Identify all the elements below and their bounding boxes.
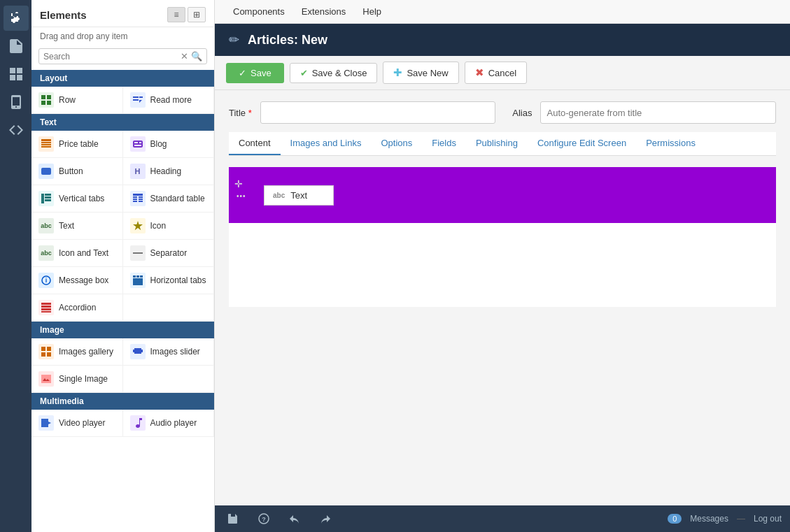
svg-rect-9 <box>41 142 51 143</box>
tab-permissions[interactable]: Permissions <box>636 132 705 155</box>
element-videoplayer[interactable]: Video player <box>31 410 123 437</box>
content-area: Title * Alias Content Images and Links O… <box>215 90 790 505</box>
separator-label: Separator <box>150 248 188 258</box>
element-imagesgallery[interactable]: Images gallery <box>31 338 123 366</box>
imgsslider-icon <box>130 344 146 359</box>
editor-area: ✛ ••• abc Text <box>229 167 776 307</box>
pricetable-label: Price table <box>59 139 99 149</box>
tab-options[interactable]: Options <box>371 132 422 155</box>
section-layout: Layout <box>31 70 214 87</box>
search-clear-icon[interactable]: ✕ <box>181 51 188 62</box>
element-text[interactable]: abc Text <box>31 213 123 240</box>
text-element[interactable]: abc Text <box>264 185 334 206</box>
layout-items: Row Read more <box>31 87 214 114</box>
svg-rect-0 <box>10 68 15 73</box>
text-items-extra: Accordion <box>31 294 214 322</box>
drop-zone[interactable]: ✛ ••• abc Text <box>229 167 776 223</box>
bottom-right: 0 Messages — Log out <box>668 514 782 524</box>
messages-label[interactable]: Messages <box>690 514 728 524</box>
help-circle-icon[interactable]: ? <box>254 509 274 529</box>
title-field-label: Title * <box>229 108 252 118</box>
logout-separator: — <box>737 514 745 524</box>
alias-input[interactable] <box>540 101 776 124</box>
view-grid-button[interactable]: ⊞ <box>188 7 206 22</box>
svg-rect-19 <box>139 196 143 198</box>
save-button[interactable]: ✓ Save <box>226 63 284 83</box>
htabs-icon <box>130 273 146 288</box>
title-row: Title * Alias <box>229 101 776 124</box>
sidebar-icon-grid[interactable] <box>3 62 29 87</box>
element-heading[interactable]: H Heading <box>123 158 215 185</box>
undo-icon[interactable] <box>285 509 304 529</box>
svg-rect-20 <box>133 199 137 200</box>
row-icon <box>38 92 54 108</box>
element-verticaltabs[interactable]: Vertical tabs <box>31 185 123 213</box>
tab-content[interactable]: Content <box>229 132 281 155</box>
save-label: Save <box>251 68 271 78</box>
heading-label: Heading <box>150 166 182 176</box>
element-messagebox[interactable]: i Message box <box>31 267 123 294</box>
sidebar-icon-mobile[interactable] <box>3 89 29 115</box>
search-input[interactable] <box>43 52 181 62</box>
nav-extensions[interactable]: Extensions <box>295 2 353 21</box>
cancel-x-icon: ✖ <box>475 66 484 79</box>
svg-rect-17 <box>133 194 143 196</box>
icon-sidebar <box>0 0 31 532</box>
readmore-icon <box>130 92 146 108</box>
nav-help[interactable]: Help <box>355 2 388 21</box>
elements-panel-title: Elements <box>40 9 87 21</box>
save-close-button[interactable]: ✔ Save & Close <box>290 63 378 83</box>
logout-link[interactable]: Log out <box>754 514 782 524</box>
svg-rect-5 <box>47 95 51 99</box>
element-icon[interactable]: Icon <box>123 213 215 240</box>
svg-rect-31 <box>41 303 51 305</box>
element-accordion[interactable]: Accordion <box>31 294 123 322</box>
nav-components[interactable]: Components <box>226 2 292 21</box>
svg-rect-32 <box>41 305 51 308</box>
text-element-label: Text <box>290 190 307 201</box>
element-blog[interactable]: Blog <box>123 131 215 158</box>
sidebar-icon-puzzle[interactable] <box>3 6 29 31</box>
element-horizontaltabs[interactable]: Horizontal tabs <box>123 267 215 294</box>
svg-rect-7 <box>47 101 51 105</box>
search-submit-icon[interactable]: 🔍 <box>191 51 202 62</box>
svg-rect-4 <box>41 95 45 99</box>
row-drag-handle[interactable]: ✛ <box>234 178 243 189</box>
element-audioplayer[interactable]: Audio player <box>123 410 215 437</box>
element-button[interactable]: Button <box>31 158 123 185</box>
tab-publishing[interactable]: Publishing <box>466 132 528 155</box>
sidebar-icon-code[interactable] <box>3 117 29 143</box>
section-text: Text <box>31 114 214 131</box>
page-title: Articles: New <box>248 33 327 48</box>
verticaltabs-label: Vertical tabs <box>59 194 104 203</box>
element-singleimage[interactable]: Single Image <box>31 366 123 393</box>
element-standardtable[interactable]: Standard table <box>123 185 215 213</box>
tab-fields[interactable]: Fields <box>422 132 466 155</box>
redo-icon[interactable] <box>316 509 335 529</box>
element-row[interactable]: Row <box>31 87 123 114</box>
svg-rect-27 <box>133 275 136 278</box>
imagesgallery-label: Images gallery <box>59 347 113 357</box>
cancel-label: Cancel <box>488 68 516 78</box>
save-new-button[interactable]: ✚ Save New <box>383 62 458 84</box>
element-separator[interactable]: Separator <box>123 240 215 267</box>
row-dots-handle[interactable]: ••• <box>237 192 246 200</box>
view-list-button[interactable]: ≡ <box>167 7 185 22</box>
save-new-plus-icon: ✚ <box>393 66 402 79</box>
tab-configure[interactable]: Configure Edit Screen <box>528 132 636 155</box>
svg-rect-28 <box>136 275 139 278</box>
svg-rect-13 <box>41 194 44 203</box>
sidebar-icon-page[interactable] <box>3 34 29 59</box>
save-disk-icon[interactable] <box>223 509 243 529</box>
icontext-label: Icon and Text <box>59 248 108 258</box>
element-readmore[interactable]: Read more <box>123 87 215 114</box>
element-imagesslider[interactable]: Images slider <box>123 338 215 366</box>
audioplayer-icon <box>130 415 146 431</box>
content-tabs: Content Images and Links Options Fields … <box>229 132 776 156</box>
tab-images-links[interactable]: Images and Links <box>281 132 372 155</box>
title-input[interactable] <box>260 101 496 124</box>
cancel-button[interactable]: ✖ Cancel <box>465 62 527 84</box>
element-pricetable[interactable]: Price table <box>31 131 123 158</box>
button-label: Button <box>59 166 83 176</box>
element-icontext[interactable]: abc Icon and Text <box>31 240 123 267</box>
